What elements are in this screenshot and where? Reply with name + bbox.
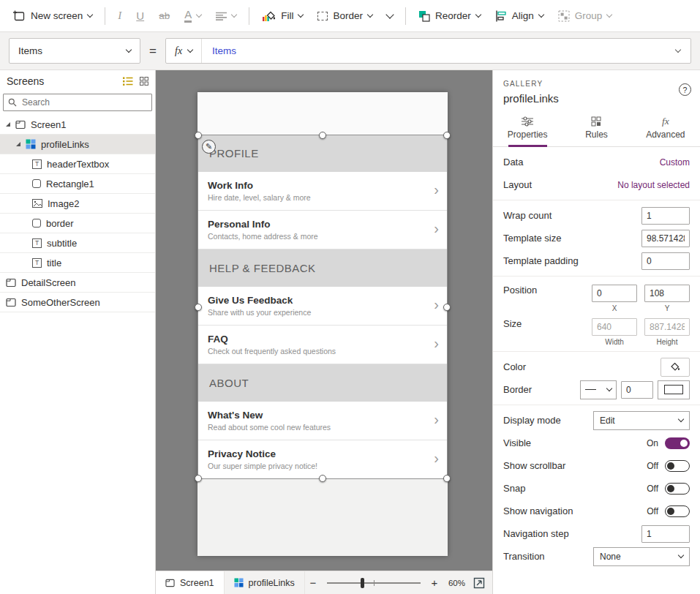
resize-handle[interactable] [319, 475, 326, 482]
formula-input[interactable]: fx Items [165, 38, 691, 64]
gallery-section-header[interactable]: HELP & FEEDBACK [197, 249, 448, 287]
resize-handle[interactable] [195, 475, 202, 482]
formula-expand-chevron-icon[interactable] [675, 46, 681, 52]
template-size-input[interactable] [641, 230, 690, 247]
tree-item-rectangle1[interactable]: Rectangle1 [0, 174, 155, 194]
navigation-step-input[interactable] [641, 525, 690, 543]
show-navigation-toggle[interactable] [665, 505, 690, 517]
new-screen-button[interactable]: New screen [6, 4, 99, 29]
position-x-input[interactable] [592, 285, 637, 302]
border-style-select[interactable] [580, 380, 617, 399]
tree-item-detailscreen[interactable]: DetailScreen [0, 273, 155, 293]
gallery-section-header[interactable]: ABOUT [197, 364, 448, 402]
formula-bar: Items = fx Items [0, 32, 700, 70]
text-align-button[interactable] [209, 4, 243, 29]
zoom-slider-handle[interactable] [361, 578, 364, 588]
tree-item-title[interactable]: title [0, 253, 155, 273]
display-mode-select[interactable]: Edit [593, 411, 690, 430]
gallery-item-personal-info[interactable]: Personal Info Contacts, home address & m… [197, 211, 448, 249]
zoom-out-button[interactable]: − [307, 576, 319, 589]
toolbar-divider [405, 7, 406, 25]
align-button[interactable]: Align [489, 4, 550, 29]
chevron-down-icon [538, 11, 544, 17]
size-row: Size Width Height [493, 314, 700, 347]
tab-advanced[interactable]: fx Advanced [631, 111, 700, 146]
resize-handle[interactable] [319, 132, 326, 139]
layout-value-link[interactable]: No layout selected [617, 180, 690, 190]
gallery-item-work-info[interactable]: Work Info Hire date, level, salary & mor… [197, 172, 448, 211]
tree-item-screen1[interactable]: Screen1 [0, 115, 155, 135]
tree-item-subtitle[interactable]: subtitle [0, 233, 155, 253]
tree-item-image2[interactable]: Image2 [0, 194, 155, 214]
search-input[interactable] [3, 94, 152, 111]
gallery-section-header[interactable]: PROFILE [197, 135, 448, 172]
group-icon [558, 10, 570, 22]
data-value-link[interactable]: Custom [660, 157, 690, 168]
screens-header: Screens [0, 70, 155, 92]
size-width-input[interactable] [592, 318, 637, 336]
chevron-down-icon [196, 11, 202, 17]
bottom-tab-screen1[interactable]: Screen1 [156, 571, 225, 594]
chevron-down-icon [126, 46, 132, 52]
tab-rules[interactable]: Rules [562, 111, 631, 146]
edit-pencil-icon[interactable] [202, 140, 216, 154]
resize-handle[interactable] [443, 475, 451, 482]
transition-select[interactable]: None [593, 547, 690, 566]
formula-text[interactable]: Items [202, 45, 676, 56]
size-label: Size [503, 318, 522, 329]
show-scrollbar-toggle[interactable] [665, 460, 690, 472]
font-color-button[interactable]: A [178, 4, 208, 29]
help-icon[interactable]: ? [679, 83, 691, 96]
color-picker-button[interactable] [661, 358, 690, 377]
zoom-in-button[interactable]: + [429, 576, 440, 589]
wrap-count-input[interactable] [641, 207, 690, 225]
snap-toggle[interactable] [665, 483, 690, 495]
gallery-item-give-us-feedback[interactable]: Give Us Feedback Share with us your expe… [197, 287, 448, 326]
fill-label: Fill [281, 10, 293, 21]
border-button[interactable]: Border [311, 4, 379, 29]
resize-handle[interactable] [443, 304, 451, 311]
design-canvas[interactable]: PROFILE Work Info Hire date, level, sala… [156, 70, 492, 571]
tree-item-border[interactable]: border [0, 214, 155, 233]
tree-item-headertextbox[interactable]: headerTextbox [0, 154, 155, 174]
bottom-tab-profilelinks[interactable]: profileLinks [225, 571, 305, 594]
app-preview[interactable]: PROFILE Work Info Hire date, level, sala… [197, 92, 448, 556]
border-color-button[interactable] [658, 380, 690, 399]
resize-handle[interactable] [195, 132, 202, 139]
collapse-caret-icon[interactable] [16, 142, 20, 146]
tree-item-profilelinks[interactable]: profileLinks [0, 135, 155, 154]
tree-item-label: profileLinks [41, 139, 89, 150]
resize-handle[interactable] [195, 304, 202, 311]
gallery-item-privacy-notice[interactable]: Privacy Notice Our super simple privacy … [197, 440, 448, 479]
separator [493, 351, 700, 352]
collapse-caret-icon[interactable] [6, 122, 10, 127]
bottom-bar: Screen1 profileLinks − + 60% [156, 571, 492, 594]
property-selector[interactable]: Items [9, 38, 140, 64]
thumbnail-view-icon[interactable] [140, 77, 148, 86]
template-padding-input[interactable] [641, 252, 690, 270]
zoom-controls: − + 60% [307, 576, 492, 589]
resize-handle[interactable] [443, 132, 451, 139]
visible-toggle[interactable] [665, 437, 690, 449]
fit-to-window-icon[interactable] [473, 577, 485, 589]
strikethrough-button[interactable]: ab [152, 4, 176, 29]
position-y-input[interactable] [644, 285, 690, 302]
tab-properties[interactable]: Properties [493, 111, 562, 146]
reorder-button[interactable]: Reorder [412, 4, 487, 29]
fx-dropdown[interactable]: fx [166, 39, 202, 63]
border-weight-input[interactable] [621, 381, 653, 399]
display-mode-value: Edit [600, 416, 615, 426]
size-height-input[interactable] [644, 318, 690, 336]
gallery-item-faq[interactable]: FAQ Check out frequently asked questions… [197, 326, 448, 364]
group-button[interactable]: Group [552, 4, 619, 29]
tree-view-icon[interactable] [123, 77, 133, 86]
italic-button[interactable]: I [111, 4, 128, 29]
toolbar-overflow-button[interactable] [380, 4, 399, 29]
zoom-slider[interactable] [327, 578, 421, 588]
fill-button[interactable]: Fill [255, 4, 309, 29]
gallery-item-whats-new[interactable]: What's New Read about some cool new feat… [197, 402, 448, 440]
tree-item-someotherscreen[interactable]: SomeOtherScreen [0, 293, 155, 312]
sliders-icon [522, 116, 533, 127]
section-header-label: ABOUT [209, 377, 249, 389]
underline-button[interactable]: U [129, 4, 151, 29]
